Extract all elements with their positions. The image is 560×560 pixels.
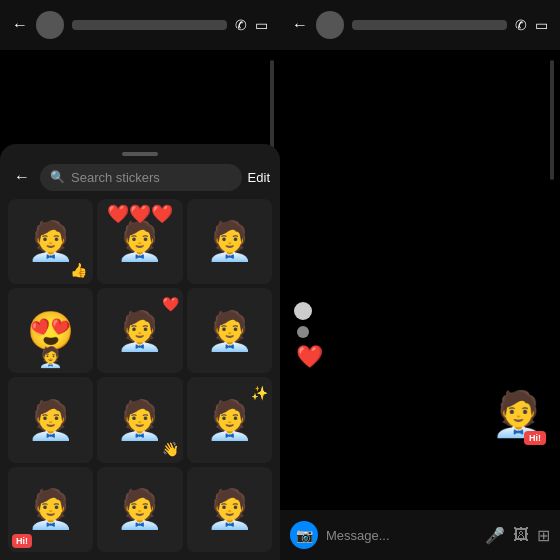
right-hi-badge: Hi! (524, 431, 546, 445)
right-back-button[interactable]: ← (292, 16, 308, 34)
right-panel: ← ✆ ▭ ❤️ 🧑‍💼 Hi! 📷 Message... 🎤 🖼 ⊞ (280, 0, 560, 560)
sticker-panel: ← 🔍 Search stickers Edit 🧑‍💼 👍 🧑‍💼 ❤️❤️❤… (0, 144, 280, 560)
sticker-grid: 🧑‍💼 👍 🧑‍💼 ❤️❤️❤️ 🧑‍💼 😍 🧑‍💼 🧑‍💼 ❤️ (0, 199, 280, 560)
left-avatar (36, 11, 64, 39)
sticker-search-bar: ← 🔍 Search stickers Edit (0, 164, 280, 191)
left-phone-icon[interactable]: ✆ (235, 17, 247, 33)
camera-button[interactable]: 📷 (290, 521, 318, 549)
sticker-item-7[interactable]: 🧑‍💼 (8, 377, 93, 462)
sticker-search-input-wrap[interactable]: 🔍 Search stickers (40, 164, 242, 191)
search-icon: 🔍 (50, 170, 65, 184)
right-phone-icon[interactable]: ✆ (515, 17, 527, 33)
sticker-item-8[interactable]: 🧑‍💼 👋 (97, 377, 182, 462)
sticker-item-11[interactable]: 🧑‍💼 (97, 467, 182, 552)
image-icon[interactable]: 🖼 (513, 526, 529, 544)
message-bar: 📷 Message... 🎤 🖼 ⊞ (280, 510, 560, 560)
mic-icon[interactable]: 🎤 (485, 526, 505, 545)
left-top-bar: ← ✆ ▭ (0, 0, 280, 50)
gif-icon[interactable]: ⊞ (537, 526, 550, 545)
sticker-back-button[interactable]: ← (10, 164, 34, 190)
sticker-item-5[interactable]: 🧑‍💼 ❤️ (97, 288, 182, 373)
right-username (352, 20, 507, 30)
sticker-item-12[interactable]: 🧑‍💼 (187, 467, 272, 552)
sticker-item-9[interactable]: 🧑‍💼 ✨ (187, 377, 272, 462)
sticker-edit-button[interactable]: Edit (248, 170, 270, 185)
sticker-item-4[interactable]: 😍 🧑‍💼 (8, 288, 93, 373)
sticker-item-1[interactable]: 🧑‍💼 👍 (8, 199, 93, 284)
left-username (72, 20, 227, 30)
sticker-item-2[interactable]: 🧑‍💼 ❤️❤️❤️ (97, 199, 182, 284)
reaction-dot-1 (294, 302, 312, 320)
sticker-panel-handle[interactable] (122, 152, 158, 156)
reaction-dot-2 (297, 326, 309, 338)
sticker-search-placeholder: Search stickers (71, 170, 160, 185)
sticker-item-3[interactable]: 🧑‍💼 (187, 199, 272, 284)
left-video-icon[interactable]: ▭ (255, 17, 268, 33)
message-input[interactable]: Message... (326, 528, 477, 543)
right-scrollbar[interactable] (550, 60, 554, 180)
left-panel: ← ✆ ▭ ← 🔍 Search stickers Edit 🧑‍💼 👍 (0, 0, 280, 560)
heart-reaction: ❤️ (296, 344, 323, 370)
right-top-bar: ← ✆ ▭ (280, 0, 560, 50)
sticker-item-10[interactable]: 🧑‍💼 Hi! (8, 467, 93, 552)
right-chat-area: ❤️ 🧑‍💼 Hi! (280, 50, 560, 510)
hi-badge: Hi! (12, 534, 32, 548)
right-video-icon[interactable]: ▭ (535, 17, 548, 33)
reaction-dots: ❤️ (294, 302, 323, 370)
sticker-item-6[interactable]: 🧑‍💼 (187, 288, 272, 373)
left-back-button[interactable]: ← (12, 16, 28, 34)
right-avatar (316, 11, 344, 39)
